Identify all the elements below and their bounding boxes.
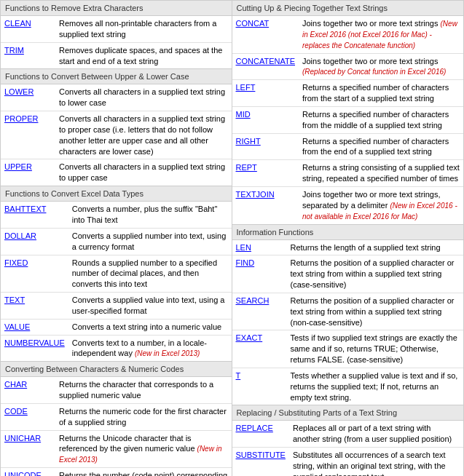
func-link-len[interactable]: LEN	[236, 243, 251, 252]
func-link-textjoin[interactable]: TEXTJOIN	[236, 190, 275, 199]
section-replacing: Replacing / Substituting Parts of a Text…	[232, 405, 464, 476]
table-row: MIDReturns a specified number of charact…	[232, 106, 464, 133]
section-header-convert-datatypes: Functions to Convert Excel Data Types	[1, 186, 232, 202]
func-link-trim[interactable]: TRIM	[4, 46, 24, 55]
func-desc: Returns a specified number of characters…	[302, 83, 449, 103]
func-desc-cell: Returns a specified number of characters…	[299, 106, 463, 133]
table-row: BAHTTEXTConverts a number, plus the suff…	[1, 202, 232, 228]
table-row: CHARReturns the character that correspon…	[1, 377, 232, 403]
left-column: Functions to Remove Extra CharactersCLEA…	[1, 1, 232, 476]
func-desc-cell: Returns the numeric code for the first c…	[55, 403, 232, 430]
func-name-cell: REPT	[232, 160, 299, 187]
func-desc: Rounds a supplied number to a specified …	[72, 258, 217, 289]
func-desc-cell: Returns the character that corresponds t…	[55, 377, 232, 403]
section-header-replacing: Replacing / Substituting Parts of a Text…	[232, 405, 464, 421]
func-name-cell: CLEAN	[1, 16, 55, 42]
func-link-unichar[interactable]: UNICHAR	[4, 434, 41, 443]
new-excel-badge: (New in Excel 2013)	[135, 349, 200, 357]
func-desc-cell: Converts a supplied value into text, usi…	[68, 293, 232, 320]
section-convert-datatypes: Functions to Convert Excel Data TypesBAH…	[1, 186, 232, 362]
func-name-cell: LEFT	[232, 80, 299, 107]
func-desc-cell: Removes duplicate spaces, and spaces at …	[55, 42, 232, 68]
func-link-unicode[interactable]: UNICODE	[4, 471, 42, 476]
table-row: CLEANRemoves all non-printable character…	[1, 16, 232, 42]
func-link-text[interactable]: TEXT	[4, 295, 25, 304]
func-desc: Converts all characters in a supplied te…	[59, 87, 225, 107]
func-table-information: LENReturns the length of a supplied text…	[232, 240, 464, 405]
func-desc: Converts a supplied value into text, usi…	[72, 295, 225, 315]
func-name-cell: TEXT	[1, 293, 68, 320]
func-name-cell: LOWER	[1, 84, 55, 111]
table-row: REPLACEReplaces all or part of a text st…	[232, 421, 464, 447]
table-row: LENReturns the length of a supplied text…	[232, 240, 464, 255]
func-desc: Returns the Unicode character that is re…	[59, 434, 197, 453]
func-link-left[interactable]: LEFT	[236, 83, 256, 92]
table-row: CODEReturns the numeric code for the fir…	[1, 403, 232, 430]
func-desc: Returns the position of a supplied chara…	[291, 296, 455, 327]
func-link-concat[interactable]: CONCAT	[236, 19, 270, 28]
func-link-right[interactable]: RIGHT	[236, 137, 261, 146]
table-row: EXACTTests if two supplied text strings …	[232, 330, 464, 368]
func-desc-cell: Returns the position of a supplied chara…	[287, 255, 464, 293]
section-header-information: Information Functions	[232, 225, 464, 240]
func-link-concatenate[interactable]: CONCATENATE	[236, 57, 296, 66]
func-link-search[interactable]: SEARCH	[236, 296, 270, 305]
func-link-fixed[interactable]: FIXED	[4, 258, 28, 267]
func-name-cell: UNICHAR	[1, 430, 55, 468]
func-desc-cell: Converts all characters in a supplied te…	[55, 111, 232, 159]
func-name-cell: MID	[232, 106, 299, 133]
func-name-cell: PROPER	[1, 111, 55, 159]
func-desc-cell: Converts text to a number, in a locale-i…	[68, 335, 232, 361]
func-link-upper[interactable]: UPPER	[4, 162, 32, 171]
func-link-clean[interactable]: CLEAN	[4, 19, 31, 28]
func-link-substitute[interactable]: SUBSTITUTE	[236, 451, 286, 459]
section-char-numeric: Converting Between Characters & Numeric …	[1, 362, 232, 476]
func-desc-cell: Substitutes all occurrences of a search …	[289, 448, 463, 476]
func-name-cell: CONCAT	[232, 16, 299, 53]
func-link-bahttext[interactable]: BAHTTEXT	[4, 205, 46, 213]
func-desc: Returns the numeric code for the first c…	[59, 407, 227, 427]
func-name-cell: LEN	[232, 240, 287, 255]
func-link-exact[interactable]: EXACT	[236, 333, 263, 342]
func-link-lower[interactable]: LOWER	[4, 87, 34, 96]
func-table-replacing: REPLACEReplaces all or part of a text st…	[232, 421, 464, 476]
section-remove-extra: Functions to Remove Extra CharactersCLEA…	[1, 1, 232, 69]
func-desc: Converts a text string into a numeric va…	[72, 322, 221, 331]
func-link-rept[interactable]: REPT	[236, 163, 257, 172]
func-link-replace[interactable]: REPLACE	[236, 424, 273, 432]
func-name-cell: SEARCH	[232, 293, 287, 330]
func-desc-cell: Returns the position of a supplied chara…	[287, 293, 464, 330]
func-desc-cell: Joins together two or more text strings …	[299, 53, 463, 80]
func-table-remove-extra: CLEANRemoves all non-printable character…	[1, 16, 232, 68]
table-row: UPPERConverts all characters in a suppli…	[1, 159, 232, 186]
func-name-cell: CHAR	[1, 377, 55, 403]
func-name-cell: EXACT	[232, 330, 287, 368]
func-desc: Returns the length of a supplied text st…	[291, 243, 441, 252]
func-link-value[interactable]: VALUE	[4, 322, 30, 331]
func-name-cell: REPLACE	[232, 421, 289, 447]
func-desc: Returns a string consisting of a supplie…	[302, 163, 460, 183]
func-name-cell: NUMBERVALUE	[1, 335, 68, 361]
table-row: LEFTReturns a specified number of charac…	[232, 80, 464, 107]
func-link-find[interactable]: FIND	[236, 258, 255, 267]
func-link-code[interactable]: CODE	[4, 407, 28, 416]
func-desc-cell: Joins together two or more text strings,…	[299, 186, 463, 223]
func-link-mid[interactable]: MID	[236, 110, 251, 119]
func-name-cell: FIXED	[1, 255, 68, 293]
table-row: SEARCHReturns the position of a supplied…	[232, 293, 464, 330]
func-name-cell: UNICODE	[1, 468, 55, 476]
func-name-cell: UPPER	[1, 159, 55, 186]
func-name-cell: CODE	[1, 403, 55, 430]
func-link-t[interactable]: T	[236, 371, 241, 380]
func-desc-cell: Converts a number, plus the suffix "Baht…	[68, 202, 232, 228]
func-desc-cell: Tests whether a supplied value is text a…	[287, 368, 464, 405]
func-desc: Returns the character that corresponds t…	[59, 380, 213, 400]
func-desc: Returns the number (code point) correspo…	[59, 471, 227, 476]
func-desc: Removes all non-printable characters fro…	[59, 19, 216, 39]
table-row: SUBSTITUTESubstitutes all occurrences of…	[232, 448, 464, 476]
func-link-dollar[interactable]: DOLLAR	[4, 231, 36, 240]
func-link-proper[interactable]: PROPER	[4, 114, 38, 123]
func-link-numbervalue[interactable]: NUMBERVALUE	[4, 338, 65, 347]
table-row: CONCATENATEJoins together two or more te…	[232, 53, 464, 80]
func-link-char[interactable]: CHAR	[4, 380, 27, 389]
